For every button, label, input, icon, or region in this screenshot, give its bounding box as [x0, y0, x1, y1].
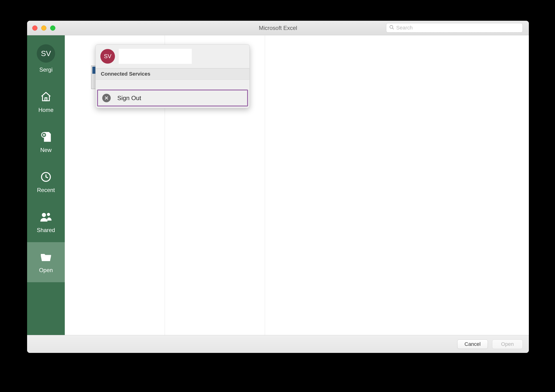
search-input[interactable] [396, 25, 520, 31]
sign-out-button[interactable]: Sign Out [97, 89, 248, 107]
folder-open-icon [40, 251, 52, 263]
svg-point-0 [390, 25, 393, 29]
user-avatar: SV [37, 44, 55, 63]
search-icon [389, 25, 396, 31]
footer: Cancel Open [27, 335, 529, 353]
account-popover: SV Connected Services Sign Out [95, 44, 250, 108]
clock-icon [40, 171, 52, 183]
sidebar-item-label: Home [38, 107, 53, 113]
sidebar: SV Sergi Home [27, 35, 65, 335]
titlebar: Microsoft Excel [27, 21, 529, 35]
sign-out-label: Sign Out [117, 94, 141, 102]
account-avatar: SV [100, 49, 115, 64]
search-field-wrap[interactable] [386, 23, 523, 33]
app-title: Microsoft Excel [259, 25, 297, 31]
close-circle-icon [102, 94, 111, 102]
sidebar-item-label: Shared [37, 227, 55, 233]
window-close-button[interactable] [32, 25, 37, 31]
svg-rect-2 [45, 98, 47, 101]
user-name-label: Sergi [39, 66, 52, 73]
home-icon [40, 91, 52, 103]
account-name-redacted [119, 49, 192, 64]
preview-panel [265, 35, 529, 335]
window-minimize-button[interactable] [41, 25, 46, 31]
window-controls [32, 25, 55, 31]
sidebar-item-label: Recent [37, 187, 55, 193]
sidebar-item-open[interactable]: Open [27, 242, 65, 282]
sidebar-item-shared[interactable]: Shared [27, 202, 65, 242]
svg-point-8 [47, 213, 50, 216]
window-zoom-button[interactable] [50, 25, 55, 31]
cancel-button[interactable]: Cancel [457, 340, 488, 349]
account-popover-header: SV [96, 44, 249, 68]
svg-point-7 [42, 213, 46, 217]
sidebar-item-new[interactable]: New [27, 122, 65, 162]
connected-services-heading: Connected Services [96, 68, 249, 80]
sidebar-item-home[interactable]: Home [27, 82, 65, 122]
sidebar-item-label: Open [39, 267, 53, 274]
sidebar-item-label: New [40, 147, 51, 153]
people-icon [40, 211, 52, 223]
svg-line-1 [393, 28, 394, 29]
sidebar-item-recent[interactable]: Recent [27, 162, 65, 202]
sidebar-user[interactable]: SV Sergi [27, 35, 65, 82]
open-button: Open [492, 340, 523, 349]
connected-services-empty [96, 80, 249, 88]
new-document-icon [40, 131, 52, 143]
app-window: Microsoft Excel SV Sergi [27, 21, 529, 353]
